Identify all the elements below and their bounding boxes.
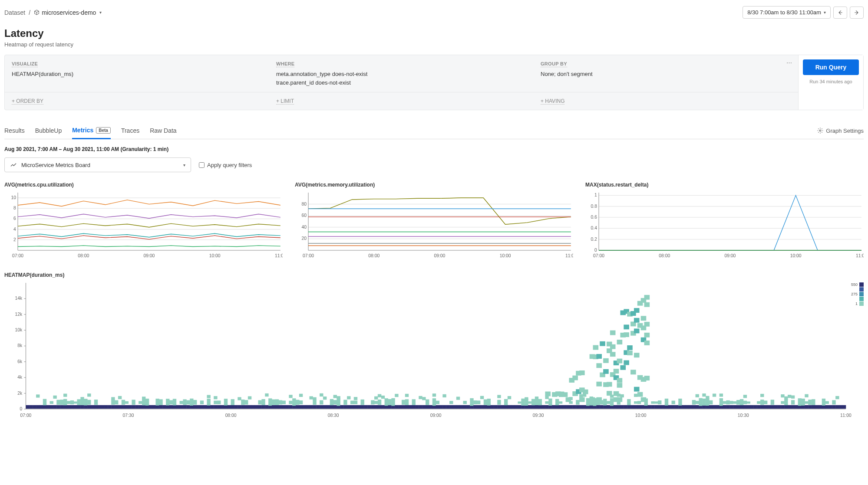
svg-rect-150	[162, 405, 166, 409]
svg-rect-602	[644, 302, 650, 307]
visualize-label: VISUALIZE	[12, 61, 38, 67]
svg-rect-94	[60, 405, 63, 409]
svg-rect-519	[835, 396, 839, 399]
tab-traces[interactable]: Traces	[121, 122, 139, 139]
svg-rect-139	[142, 405, 145, 409]
groupby-cell[interactable]: GROUP BY None; don't segment ⋯	[534, 55, 798, 92]
svg-rect-540	[593, 345, 599, 350]
svg-rect-360	[548, 399, 552, 406]
chevron-down-icon: ▾	[183, 163, 185, 167]
svg-rect-520	[839, 405, 842, 409]
svg-text:10k: 10k	[15, 328, 23, 332]
svg-rect-426	[672, 405, 675, 409]
svg-rect-403	[624, 405, 627, 409]
board-select[interactable]: MicroService Metrics Board ▾	[4, 157, 191, 172]
svg-rect-181	[221, 405, 224, 409]
chart-cpu-svg[interactable]: 24681007:0008:0009:0010:0011:00	[4, 190, 283, 260]
svg-rect-280	[398, 405, 402, 409]
limit-link[interactable]: + LIMIT	[276, 98, 294, 105]
cube-icon	[34, 10, 40, 15]
svg-text:6: 6	[13, 216, 16, 221]
chart-heatmap-svg[interactable]: 02k4k6k8k10k12k14k07:0007:3008:0008:3009…	[4, 281, 864, 419]
time-next-button[interactable]	[850, 7, 864, 19]
svg-rect-490	[784, 399, 788, 405]
svg-rect-322	[480, 396, 484, 399]
svg-text:07:30: 07:30	[123, 413, 134, 418]
svg-rect-178	[214, 396, 217, 399]
svg-rect-448	[709, 400, 713, 404]
limit-cell[interactable]: + LIMIT	[269, 92, 534, 110]
svg-rect-380	[586, 398, 590, 406]
svg-rect-212	[282, 405, 286, 409]
chart-memory-svg[interactable]: 2040608007:0008:0009:0010:0011:00	[295, 190, 573, 260]
more-menu-icon[interactable]: ⋯	[786, 59, 793, 66]
visualize-cell[interactable]: VISUALIZE HEATMAP(duration_ms)	[5, 55, 269, 92]
svg-rect-454	[719, 393, 723, 397]
tab-results[interactable]: Results	[4, 122, 25, 139]
orderby-cell[interactable]: + ORDER BY	[5, 92, 269, 110]
svg-rect-421	[658, 400, 661, 404]
svg-rect-329	[497, 405, 501, 409]
time-prev-button[interactable]	[833, 7, 847, 19]
svg-rect-165	[190, 399, 193, 406]
svg-rect-157	[176, 405, 180, 409]
svg-rect-112	[87, 405, 91, 409]
svg-rect-215	[289, 405, 292, 409]
svg-rect-349	[531, 399, 535, 406]
svg-rect-518	[835, 405, 839, 409]
svg-rect-235	[320, 393, 323, 397]
svg-rect-442	[702, 399, 706, 406]
svg-rect-410	[637, 405, 641, 409]
svg-rect-133	[129, 405, 132, 409]
tab-bubbleup[interactable]: BubbleUp	[35, 122, 62, 139]
svg-rect-355	[542, 405, 545, 409]
svg-text:08:30: 08:30	[328, 413, 339, 418]
svg-rect-470	[747, 405, 750, 409]
apply-filters-checkbox[interactable]: Apply query filters	[199, 162, 252, 168]
svg-rect-515	[828, 405, 832, 409]
svg-rect-135	[132, 400, 135, 405]
orderby-link[interactable]: + ORDER BY	[12, 98, 43, 105]
svg-rect-372	[572, 405, 576, 409]
svg-rect-203	[265, 393, 268, 397]
svg-rect-472	[750, 405, 753, 409]
svg-text:10:00: 10:00	[790, 253, 802, 258]
chart-restarts-svg[interactable]: 00.20.40.60.8107:0008:0009:0010:0011:00	[585, 190, 864, 260]
run-query-button[interactable]: Run Query	[803, 59, 859, 75]
apply-filters-input[interactable]	[199, 162, 205, 168]
svg-rect-491	[784, 397, 788, 400]
having-cell[interactable]: + HAVING	[534, 92, 798, 110]
tab-metrics[interactable]: Metrics Beta	[72, 122, 111, 139]
svg-rect-271	[381, 396, 385, 399]
having-link[interactable]: + HAVING	[541, 98, 564, 105]
svg-rect-274	[388, 405, 391, 409]
svg-rect-303	[442, 405, 446, 409]
gear-icon	[817, 128, 823, 134]
svg-rect-97	[63, 399, 67, 406]
svg-rect-411	[637, 401, 641, 404]
svg-rect-446	[706, 396, 709, 399]
svg-rect-111	[84, 399, 87, 405]
svg-rect-459	[729, 405, 733, 409]
svg-rect-113	[87, 400, 91, 405]
svg-rect-82	[36, 405, 40, 409]
graph-settings-button[interactable]: Graph Settings	[817, 128, 864, 134]
svg-rect-550	[607, 391, 612, 396]
svg-rect-91	[53, 396, 56, 399]
svg-rect-369	[569, 405, 572, 409]
chart-memory: AVG(metrics.memory.utilization) 20406080…	[295, 182, 573, 260]
svg-rect-603	[644, 295, 650, 300]
svg-rect-357	[545, 401, 548, 404]
svg-rect-427	[672, 401, 675, 404]
svg-rect-194	[248, 405, 251, 409]
breadcrumb-dataset[interactable]: microservices-demo	[34, 9, 96, 16]
svg-rect-489	[784, 405, 788, 409]
breadcrumb-root[interactable]: Dataset	[4, 9, 25, 16]
tab-rawdata[interactable]: Raw Data	[150, 122, 176, 139]
svg-point-0	[820, 130, 822, 131]
chevron-down-icon[interactable]: ▾	[99, 10, 102, 15]
time-range-picker[interactable]: 8/30 7:00am to 8/30 11:00am ▾	[743, 6, 831, 19]
where-cell[interactable]: WHERE meta.annotation_type does-not-exis…	[269, 55, 534, 92]
arrow-right-icon	[854, 10, 860, 16]
svg-rect-488	[781, 394, 784, 397]
